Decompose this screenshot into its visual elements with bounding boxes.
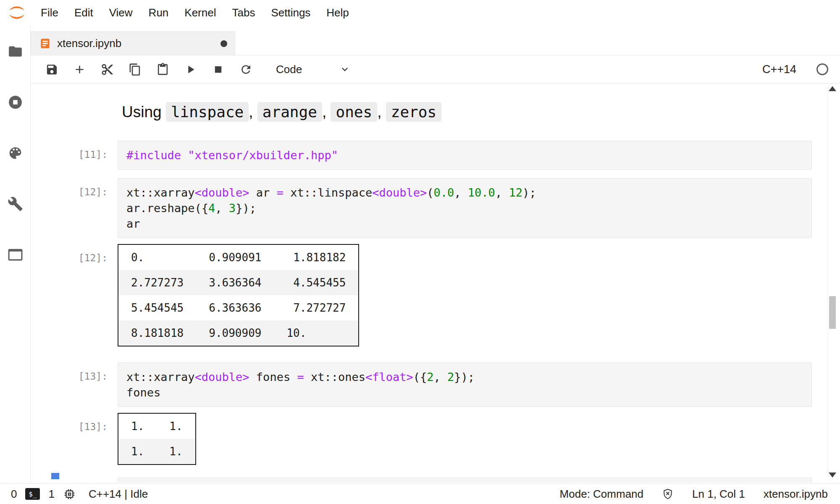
panel-icon bbox=[8, 247, 23, 262]
sidebar-extensions[interactable] bbox=[6, 246, 24, 263]
notebook-cells: Using linspace, arange, ones, zeros [11]… bbox=[31, 84, 840, 465]
output-cell: [13]:1.1.1.1. bbox=[31, 413, 840, 465]
kernel-status-text[interactable]: C++14 | Idle bbox=[89, 488, 148, 501]
menu-help[interactable]: Help bbox=[318, 6, 357, 19]
kernel-name[interactable]: C++14 bbox=[762, 63, 796, 76]
code-cell: [11]:#include "xtensor/xbuilder.hpp" bbox=[31, 141, 840, 170]
insert-cell-button[interactable] bbox=[68, 59, 91, 80]
code-token: , bbox=[495, 186, 509, 199]
kernel-status-indicator bbox=[816, 63, 828, 75]
code-token: fones bbox=[249, 370, 297, 383]
wrench-icon bbox=[8, 196, 23, 212]
sessions-indicator[interactable]: 0 $_ 1 bbox=[11, 488, 76, 501]
inline-code: arange bbox=[257, 102, 322, 122]
table-row: 1.1. bbox=[118, 439, 196, 465]
code-token: ( bbox=[427, 186, 433, 199]
menu-edit[interactable]: Edit bbox=[66, 6, 101, 19]
save-button[interactable] bbox=[40, 59, 63, 80]
output-value: 1.818182 bbox=[274, 244, 359, 270]
copy-cells-button[interactable] bbox=[123, 59, 147, 80]
code-token: 3 bbox=[229, 202, 236, 215]
menu-kernel[interactable]: Kernel bbox=[176, 6, 224, 19]
code-editor[interactable]: #include "xtensor/xbuilder.hpp" bbox=[118, 141, 812, 170]
sidebar-property-inspector[interactable] bbox=[6, 195, 24, 212]
vertical-scrollbar[interactable] bbox=[827, 86, 837, 478]
code-token: 2 bbox=[447, 370, 454, 383]
dock-tab-bar: xtensor.ipynb bbox=[31, 25, 840, 55]
output-value: 2.727273 bbox=[118, 270, 196, 295]
output-value: 7.272727 bbox=[274, 295, 359, 320]
menu-file[interactable]: File bbox=[33, 6, 66, 19]
kernel-info: C++14 bbox=[762, 63, 828, 76]
interrupt-kernel-button[interactable] bbox=[206, 59, 230, 80]
sidebar-command-palette[interactable] bbox=[6, 144, 24, 161]
cell-prompt bbox=[31, 100, 108, 124]
refresh-icon bbox=[239, 63, 252, 76]
code-editor[interactable]: xt::xarray<double> ar = xt::linspace<dou… bbox=[118, 178, 812, 238]
code-token: xt::ones bbox=[304, 370, 365, 383]
code-token: }); bbox=[236, 202, 256, 215]
code-token: , bbox=[454, 186, 468, 199]
kernel-sessions-count: 0 bbox=[11, 488, 17, 501]
code-token: 12 bbox=[509, 186, 522, 199]
cursor-position[interactable]: Ln 1, Col 1 bbox=[692, 488, 745, 501]
stop-icon bbox=[212, 63, 225, 76]
cell-type-dropdown[interactable]: Code bbox=[276, 63, 351, 76]
scroll-position-indicator bbox=[51, 473, 59, 479]
output-table: 1.1.1.1. bbox=[118, 413, 196, 465]
code-token: fones bbox=[126, 386, 160, 399]
jupyter-logo-icon[interactable] bbox=[8, 3, 26, 22]
scroll-up-arrow[interactable] bbox=[829, 86, 836, 91]
code-line: ar.reshape({4, 3}); bbox=[126, 200, 803, 216]
running-sessions-icon bbox=[8, 94, 23, 110]
heading-text: , bbox=[322, 103, 331, 121]
output-value: 1. bbox=[157, 439, 195, 465]
scroll-down-arrow[interactable] bbox=[829, 472, 836, 478]
table-row: 2.7272733.6363644.545455 bbox=[118, 270, 359, 295]
jupyterlab-window: File Edit View Run Kernel Tabs Settings … bbox=[0, 0, 840, 504]
cell-prompt: [12]: bbox=[31, 244, 108, 346]
trust-shield-icon[interactable] bbox=[662, 488, 674, 500]
restart-kernel-button[interactable] bbox=[234, 59, 257, 80]
menu-tabs[interactable]: Tabs bbox=[224, 6, 263, 19]
menu-bar: File Edit View Run Kernel Tabs Settings … bbox=[0, 0, 840, 25]
markdown-cell[interactable]: Using linspace, arange, ones, zeros bbox=[31, 100, 840, 124]
code-token: ar bbox=[249, 186, 277, 199]
next-cell-partial[interactable] bbox=[118, 478, 812, 483]
sidebar-filebrowser[interactable] bbox=[6, 43, 24, 60]
sidebar-running-sessions[interactable] bbox=[6, 94, 24, 110]
cut-cells-button[interactable] bbox=[95, 59, 119, 80]
cell-prompt: [11]: bbox=[31, 141, 108, 170]
tab-xtensor-ipynb[interactable]: xtensor.ipynb bbox=[31, 32, 235, 55]
scissors-icon bbox=[101, 63, 114, 76]
menu-view[interactable]: View bbox=[101, 6, 141, 19]
code-token: <float> bbox=[365, 370, 413, 383]
markdown-heading: Using linspace, arange, ones, zeros bbox=[118, 100, 812, 124]
code-line: fones bbox=[126, 385, 803, 400]
menu-settings[interactable]: Settings bbox=[263, 6, 318, 19]
code-line: #include "xtensor/xbuilder.hpp" bbox=[126, 147, 803, 163]
paste-cells-button[interactable] bbox=[151, 59, 174, 80]
code-token: = bbox=[277, 186, 284, 199]
menu-run[interactable]: Run bbox=[141, 6, 177, 19]
inline-code: linspace bbox=[166, 102, 249, 122]
floppy-icon bbox=[45, 63, 58, 76]
code-token: <double> bbox=[195, 186, 249, 199]
unsaved-changes-dot[interactable] bbox=[220, 40, 227, 47]
code-token: <double> bbox=[195, 370, 249, 383]
heading-text: , bbox=[377, 103, 386, 121]
code-line: ar bbox=[126, 216, 803, 231]
code-token: 10.0 bbox=[468, 186, 495, 199]
code-token: <double> bbox=[372, 186, 427, 199]
folder-icon bbox=[8, 44, 23, 59]
kernel-chip-icon bbox=[63, 488, 76, 501]
code-token: ({ bbox=[413, 370, 427, 383]
code-token: }); bbox=[454, 370, 475, 383]
run-button[interactable] bbox=[178, 59, 202, 80]
scrollbar-thumb[interactable] bbox=[829, 296, 836, 329]
code-editor[interactable]: xt::xarray<double> fones = xt::ones<floa… bbox=[118, 362, 812, 407]
play-icon bbox=[184, 63, 197, 76]
output-value: 10. bbox=[274, 320, 359, 346]
output-value: 0.909091 bbox=[196, 244, 274, 270]
main-menu: File Edit View Run Kernel Tabs Settings … bbox=[33, 6, 357, 19]
